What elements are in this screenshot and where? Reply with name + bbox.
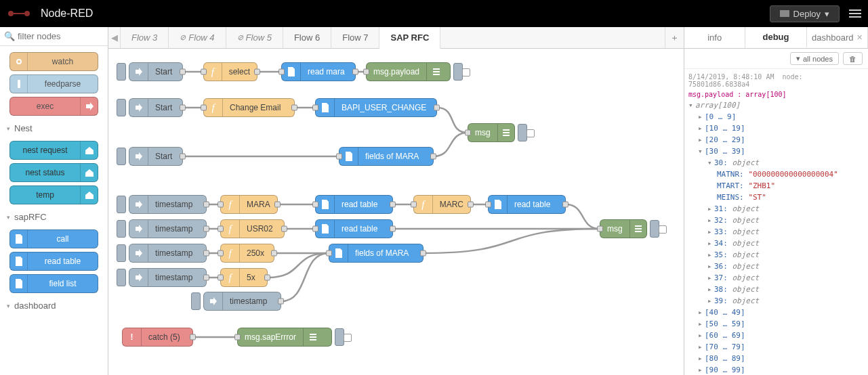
flow-node-sap1[interactable]: read mara	[281, 62, 356, 81]
debug-clear-button[interactable]: 🗑	[843, 52, 863, 65]
output-port[interactable]	[291, 105, 297, 111]
output-port[interactable]	[203, 226, 209, 232]
input-port[interactable]	[312, 226, 318, 232]
flow-node-dbg2[interactable]: msg	[468, 123, 515, 142]
flow-node-inj6[interactable]: timestamp	[129, 244, 207, 263]
debug-toggle-button[interactable]	[650, 220, 659, 238]
inject-button[interactable]	[117, 269, 126, 286]
tree-toggle[interactable]: ▸	[707, 238, 714, 249]
flow-node-sap3[interactable]: fields of MARA	[339, 147, 434, 166]
palette-filter-input[interactable]	[18, 31, 104, 41]
sidebar-tab-dashboard[interactable]: dashboard✕	[807, 27, 868, 48]
flow-node-fn5[interactable]: fUSR02	[220, 219, 285, 238]
flow-node-catch[interactable]: !catch (5)	[122, 328, 193, 347]
output-port[interactable]	[203, 202, 209, 208]
input-port[interactable]	[218, 275, 224, 281]
flow-node-inj3[interactable]: Start	[129, 147, 183, 166]
output-port[interactable]	[562, 202, 569, 208]
palette-node-exec[interactable]: exec	[9, 97, 98, 116]
palette-node-field-list[interactable]: field list	[9, 274, 98, 293]
output-port[interactable]	[264, 275, 270, 281]
deploy-button[interactable]: Deploy ▾	[770, 5, 840, 22]
flow-node-inj8[interactable]: timestamp	[203, 292, 281, 311]
output-port[interactable]	[468, 202, 474, 208]
input-port[interactable]	[218, 202, 224, 208]
tree-toggle[interactable]: ▸	[698, 341, 705, 353]
tree-toggle[interactable]: ▸	[698, 318, 705, 330]
tree-toggle[interactable]: ▸	[698, 123, 705, 134]
output-port[interactable]	[190, 334, 196, 340]
output-port[interactable]	[390, 226, 396, 232]
palette-category-dashboard[interactable]: dashboard	[0, 296, 108, 315]
palette-node-read-table[interactable]: read table	[9, 252, 98, 271]
add-flow-button[interactable]: ＋	[665, 27, 684, 48]
output-port[interactable]	[281, 226, 287, 232]
palette-category-nest[interactable]: Nest	[0, 119, 108, 137]
debug-toggle-button[interactable]	[335, 328, 344, 346]
tree-toggle[interactable]: ▸	[698, 307, 705, 318]
input-port[interactable]	[312, 105, 318, 111]
tab-scroll-left[interactable]: ◀	[108, 27, 121, 48]
output-port[interactable]	[434, 105, 440, 111]
flow-node-fn4[interactable]: fMARA	[220, 195, 278, 214]
flow-tab[interactable]: Flow 4	[169, 27, 226, 48]
inject-button[interactable]	[117, 99, 126, 116]
output-port[interactable]	[203, 250, 209, 257]
flow-node-sap6[interactable]: fields of MARA	[329, 244, 423, 263]
inject-button[interactable]	[117, 220, 126, 238]
output-port[interactable]	[420, 250, 426, 257]
palette-node-nest-request[interactable]: nest request	[9, 141, 98, 160]
input-port[interactable]	[218, 250, 224, 257]
tree-toggle[interactable]: ▸	[707, 203, 714, 215]
tree-toggle[interactable]: ▸	[707, 215, 714, 226]
input-port[interactable]	[234, 334, 241, 340]
tree-toggle[interactable]: ▸	[698, 364, 705, 375]
input-port[interactable]	[363, 69, 369, 75]
tree-toggle[interactable]: ▾	[707, 157, 714, 169]
input-port[interactable]	[465, 130, 471, 136]
flow-tab[interactable]: SAP RFC	[379, 27, 440, 49]
sidebar-tab-info[interactable]: info	[684, 27, 745, 48]
debug-output[interactable]: 8/14/2019, 8:48:10 AM node: 75801d86.683…	[684, 69, 868, 375]
output-port[interactable]	[390, 202, 396, 208]
palette-node-watch[interactable]: watch	[9, 52, 98, 71]
flow-node-inj1[interactable]: Start	[129, 62, 183, 81]
hamburger-menu-icon[interactable]	[849, 7, 861, 20]
inject-button[interactable]	[117, 148, 126, 165]
input-port[interactable]	[218, 226, 224, 232]
output-port[interactable]	[180, 154, 186, 160]
input-port[interactable]	[326, 250, 332, 257]
flow-node-dbg1[interactable]: msg.payload	[366, 62, 451, 81]
inject-button[interactable]	[191, 292, 201, 310]
input-port[interactable]	[201, 69, 207, 75]
input-port[interactable]	[485, 202, 491, 208]
palette-category-saprfc[interactable]: sapRFC	[0, 208, 108, 226]
output-port[interactable]	[271, 250, 277, 257]
flow-node-sap4[interactable]: read table	[315, 195, 393, 214]
tree-toggle[interactable]: ▸	[698, 330, 705, 341]
flow-node-dbg5[interactable]: msg	[600, 219, 647, 238]
debug-toggle-button[interactable]	[518, 124, 527, 141]
tree-toggle[interactable]: ▸	[698, 353, 705, 364]
output-port[interactable]	[203, 275, 209, 281]
output-port[interactable]	[278, 299, 284, 305]
tree-toggle[interactable]: ▸	[707, 226, 714, 238]
sidebar-tab-debug[interactable]: debug	[745, 27, 806, 48]
tree-toggle[interactable]: ▸	[698, 134, 705, 146]
flow-tab[interactable]: Flow 6	[283, 27, 331, 48]
flow-node-inj4[interactable]: timestamp	[129, 195, 207, 214]
tree-toggle[interactable]: ▸	[707, 295, 714, 307]
flow-node-inj2[interactable]: Start	[129, 98, 183, 117]
tree-toggle[interactable]: ▸	[707, 249, 714, 261]
tree-toggle[interactable]: ▸	[707, 261, 714, 272]
palette-node-nest-status[interactable]: nest status	[9, 163, 98, 182]
palette-node-call[interactable]: call	[9, 229, 98, 248]
input-port[interactable]	[597, 226, 603, 232]
input-port[interactable]	[411, 202, 417, 208]
flow-node-inj5[interactable]: timestamp	[129, 219, 207, 238]
tree-toggle[interactable]: ▸	[707, 272, 714, 284]
palette-node-temp[interactable]: temp	[9, 185, 98, 204]
output-port[interactable]	[274, 202, 281, 208]
input-port[interactable]	[336, 154, 342, 160]
flow-node-fn2[interactable]: fChange Email	[203, 98, 295, 117]
